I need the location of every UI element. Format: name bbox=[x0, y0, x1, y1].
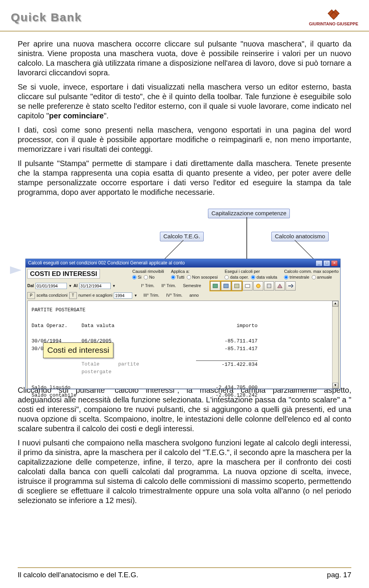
maximize-button[interactable]: □ bbox=[323, 260, 330, 266]
toolbar-btn-8[interactable] bbox=[286, 281, 296, 291]
minimize-button[interactable]: _ bbox=[316, 260, 322, 266]
paragraph-3: I dati, così come sono presenti nella ma… bbox=[18, 125, 351, 154]
callout-anatocismo: Calcolo anatocismo bbox=[271, 232, 329, 241]
year-input[interactable] bbox=[114, 292, 132, 299]
radio-trimestrale[interactable]: trimestrale bbox=[284, 275, 309, 280]
document-body: Per aprire una nuova maschera occorre cl… bbox=[0, 32, 369, 505]
radio-nonsos[interactable]: Non sosopesi bbox=[187, 275, 218, 280]
page-header: Quick Bank GIURINTANO GIUSEPPE bbox=[0, 0, 369, 32]
logo-icon bbox=[326, 8, 341, 22]
date-from-input[interactable] bbox=[35, 283, 67, 289]
app-window: Calcoli eseguiti con set condizioni 002 … bbox=[25, 259, 341, 390]
company-logo: GIURINTANO GIUSEPPE bbox=[309, 8, 358, 27]
footer-title: Il calcolo dell'anatocismo e del T.E.G. bbox=[18, 570, 138, 580]
listing-header: PARTITE POSTERGATE bbox=[32, 306, 334, 314]
scroll-down-icon[interactable]: ▼ bbox=[332, 383, 338, 389]
svg-rect-3 bbox=[213, 284, 218, 288]
svg-rect-4 bbox=[224, 284, 228, 288]
paragraph-4: Il pulsante "Stampa" permette di stampar… bbox=[18, 159, 351, 197]
radio-si[interactable]: Si bbox=[132, 275, 141, 280]
brand-title: Quick Bank bbox=[11, 10, 82, 25]
toolbar-btn-6[interactable] bbox=[264, 281, 274, 291]
arrow-marker-icon bbox=[10, 266, 22, 274]
svg-point-7 bbox=[256, 284, 260, 288]
toolbar-btn-4[interactable] bbox=[243, 281, 253, 291]
paragraph-1: Per aprire una nuova maschera occorre cl… bbox=[18, 39, 351, 78]
scroll-up-icon[interactable]: ▲ bbox=[332, 301, 338, 307]
svg-rect-5 bbox=[234, 284, 239, 288]
radio-annuale[interactable]: annuale bbox=[312, 275, 332, 280]
anatocismo-button[interactable] bbox=[232, 281, 242, 291]
date-to-input[interactable] bbox=[79, 283, 111, 289]
company-name: GIURINTANO GIUSEPPE bbox=[309, 22, 358, 27]
results-listing: PARTITE POSTERGATE Data Operaz. Data val… bbox=[27, 301, 339, 389]
svg-rect-8 bbox=[267, 284, 271, 288]
window-titlebar: Calcoli eseguiti con set condizioni 002 … bbox=[26, 259, 340, 267]
page-footer: Il calcolo dell'anatocismo e del T.E.G. … bbox=[18, 567, 351, 580]
radio-datavaluta[interactable]: data valuta bbox=[251, 275, 277, 280]
svg-rect-6 bbox=[245, 284, 250, 287]
p-button[interactable]: P bbox=[27, 292, 35, 299]
costi-overlay-label: Costi ed interessi bbox=[43, 342, 113, 358]
paragraph-6: I nuovi pulsanti che compaiono nella mas… bbox=[18, 438, 351, 505]
toolbar-btn-5[interactable] bbox=[253, 281, 263, 291]
section-heading: COSTI ED INTERESSI bbox=[27, 269, 100, 279]
teg-button[interactable] bbox=[210, 281, 220, 291]
close-button[interactable]: × bbox=[331, 260, 338, 266]
vertical-scrollbar[interactable]: ▲ ▼ bbox=[332, 301, 338, 389]
capitalizzazione-button[interactable] bbox=[221, 281, 231, 291]
callout-capitalizzazione: Capitalizzazione competenze bbox=[208, 209, 290, 218]
window-title: Calcoli eseguiti con set condizioni 002 … bbox=[28, 260, 185, 266]
callout-teg: Calcolo T.E.G. bbox=[160, 232, 204, 241]
toolbar-btn-7[interactable] bbox=[275, 281, 285, 291]
radio-no[interactable]: No bbox=[144, 275, 155, 280]
page-number: pag. 17 bbox=[327, 570, 351, 580]
screenshot-figure: Capitalizzazione competenze Calcolo T.E.… bbox=[25, 209, 348, 374]
paragraph-2: Se si vuole, invece, esportare i dati vi… bbox=[18, 82, 351, 121]
radio-dataoper[interactable]: data oper. bbox=[224, 275, 249, 280]
t-button[interactable]: T bbox=[69, 292, 77, 299]
radio-tutti[interactable]: Tutti bbox=[171, 275, 184, 280]
